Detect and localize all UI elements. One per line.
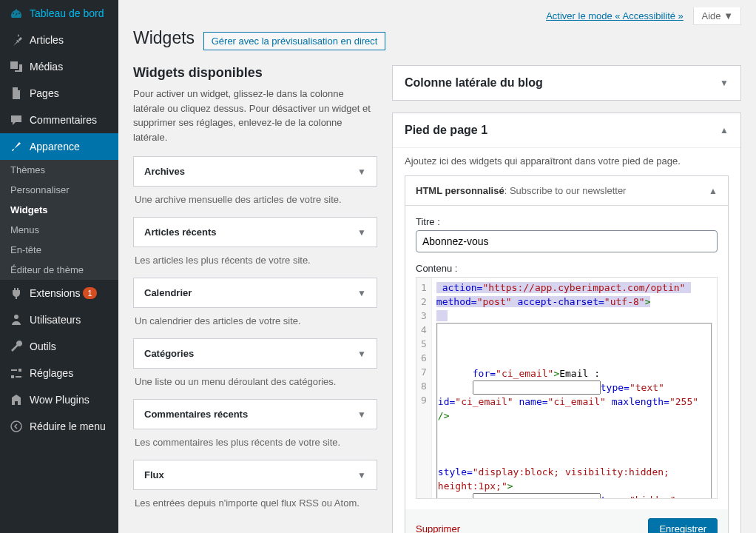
area-footer1-desc: Ajoutez ici des widgets qui apparaîtront… [405, 155, 729, 167]
sidebar-sub-editor[interactable]: Éditeur de thème [0, 260, 118, 280]
accessibility-link[interactable]: Activer le mode « Accessibilité » [546, 10, 684, 21]
sidebar-item-label: Utilisateurs [30, 314, 81, 326]
chevron-down-icon: ▼ [357, 227, 366, 238]
title-label: Titre : [416, 216, 718, 227]
chevron-down-icon: ▼ [357, 470, 366, 480]
widget-custom-html: HTML personnalisé: Subscribe to our news… [405, 175, 729, 533]
sidebar-item-label: Tableau de bord [30, 7, 104, 19]
available-widget-desc: Les entrées depuis n'importe quel flux R… [133, 497, 377, 520]
wrench-icon [9, 339, 24, 354]
available-widget-name: Catégories [144, 348, 194, 359]
plugin-icon [9, 286, 24, 301]
code-content[interactable]: action="https://app.cyberimpact.com/opti… [432, 278, 717, 498]
sidebar-item-dashboard[interactable]: Tableau de bord [0, 0, 118, 27]
sidebar-item-label: Outils [30, 341, 56, 352]
sidebar-item-label: Commentaires [30, 114, 97, 126]
top-links: Activer le mode « Accessibilité » Aide ▼ [133, 7, 741, 25]
dashboard-icon [9, 6, 24, 21]
sidebar-sub-header[interactable]: En-tête [0, 240, 118, 260]
page-title: Widgets [133, 28, 195, 48]
code-editor[interactable]: 123456789 action="https://app.cyberimpac… [416, 277, 718, 499]
widget-head[interactable]: HTML personnalisé: Subscribe to our news… [405, 176, 728, 206]
sidebar-item-label: Réglages [30, 367, 73, 379]
chevron-down-icon: ▼ [720, 78, 729, 88]
area-footer1: Pied de page 1 ▲ Ajoutez ici des widgets… [392, 113, 741, 533]
code-gutter: 123456789 [416, 278, 432, 498]
title-input[interactable] [416, 230, 718, 252]
plugin-badge: 1 [83, 287, 96, 299]
available-widget-head[interactable]: Articles récents▼ [134, 218, 377, 247]
brush-icon [9, 139, 24, 154]
area-blog-title: Colonne latérale du blog [405, 76, 543, 90]
widget-areas-column: Colonne latérale du blog ▼ Pied de page … [392, 65, 741, 533]
chevron-down-icon: ▼ [357, 409, 366, 420]
content-label: Contenu : [416, 263, 718, 274]
available-widgets-column: Widgets disponibles Pour activer un widg… [133, 65, 377, 533]
chevron-down-icon: ▼ [357, 288, 366, 298]
collapse-icon [9, 419, 24, 434]
chevron-down-icon: ▼ [357, 349, 366, 359]
sidebar-item-collapse[interactable]: Réduire le menu [0, 413, 118, 440]
delete-link[interactable]: Supprimer [416, 523, 460, 533]
sidebar-sub-customize[interactable]: Personnaliser [0, 180, 118, 200]
available-widget-name: Commentaires récents [144, 409, 248, 420]
pin-icon [9, 33, 24, 47]
chevron-down-icon: ▼ [357, 167, 366, 177]
admin-sidebar: Tableau de bord Articles Médias Pages Co… [0, 0, 118, 533]
available-widget-desc: Les commentaires les plus récents de vot… [133, 437, 377, 460]
building-icon [9, 392, 24, 407]
available-title: Widgets disponibles [133, 65, 377, 81]
available-widget-desc: Les articles les plus récents de votre s… [133, 255, 377, 278]
sidebar-item-label: Médias [30, 61, 63, 73]
available-widget-head[interactable]: Calendrier▼ [134, 278, 377, 307]
available-widget-name: Flux [144, 469, 164, 480]
sidebar-item-comments[interactable]: Commentaires [0, 107, 118, 133]
available-widget-desc: Une liste ou un menu déroulant des catég… [133, 376, 377, 399]
available-widget-head[interactable]: Archives▼ [134, 157, 377, 186]
svg-point-0 [11, 421, 21, 432]
help-button[interactable]: Aide ▼ [693, 7, 741, 25]
available-widget-name: Articles récents [144, 227, 217, 238]
available-widget-name: Calendrier [144, 287, 192, 298]
area-footer1-head[interactable]: Pied de page 1 ▲ [393, 113, 740, 148]
sidebar-item-tools[interactable]: Outils [0, 333, 118, 360]
available-widget-head[interactable]: Catégories▼ [134, 339, 377, 368]
sidebar-sub-widgets[interactable]: Widgets [0, 200, 118, 220]
widget-title: HTML personnalisé: Subscribe to our news… [416, 185, 626, 196]
sidebar-item-label: Apparence [30, 141, 80, 152]
available-widget[interactable]: Commentaires récents▼ [133, 399, 377, 429]
sliders-icon [9, 366, 24, 381]
sidebar-sub-menus[interactable]: Menus [0, 220, 118, 240]
save-button[interactable]: Enregistrer [648, 518, 718, 533]
available-widget-desc: Une archive mensuelle des articles de vo… [133, 194, 377, 217]
area-blog-head[interactable]: Colonne latérale du blog ▼ [393, 66, 740, 100]
sidebar-item-wow[interactable]: Wow Plugins [0, 386, 118, 413]
sidebar-item-media[interactable]: Médias [0, 53, 118, 80]
available-widget-name: Archives [144, 166, 185, 177]
sidebar-item-pages[interactable]: Pages [0, 80, 118, 107]
available-widget-desc: Un calendrier des articles de votre site… [133, 315, 377, 338]
pages-icon [9, 86, 24, 101]
sidebar-item-appearance[interactable]: Apparence [0, 133, 118, 160]
available-widget[interactable]: Archives▼ [133, 156, 377, 187]
sidebar-item-posts[interactable]: Articles [0, 27, 118, 53]
sidebar-item-settings[interactable]: Réglages [0, 360, 118, 386]
sidebar-item-users[interactable]: Utilisateurs [0, 306, 118, 333]
available-widget[interactable]: Flux▼ [133, 460, 377, 490]
live-preview-button[interactable]: Gérer avec la prévisualisation en direct [203, 32, 386, 50]
available-widget[interactable]: Catégories▼ [133, 338, 377, 369]
sidebar-item-label: Articles [30, 34, 64, 46]
available-widget[interactable]: Articles récents▼ [133, 217, 377, 247]
available-widget[interactable]: Calendrier▼ [133, 278, 377, 308]
available-widget-head[interactable]: Commentaires récents▼ [134, 400, 377, 429]
sidebar-item-label: Pages [30, 87, 59, 99]
sidebar-item-label: Wow Plugins [30, 394, 90, 406]
sidebar-sub-themes[interactable]: Thèmes [0, 160, 118, 180]
sidebar-item-plugins[interactable]: Extensions 1 [0, 280, 118, 306]
area-footer1-title: Pied de page 1 [405, 124, 487, 137]
chevron-up-icon: ▲ [709, 186, 718, 196]
available-desc: Pour activer un widget, glissez-le dans … [133, 87, 377, 144]
sidebar-item-label: Réduire le menu [30, 420, 106, 432]
available-widget-head[interactable]: Flux▼ [134, 460, 377, 489]
media-icon [9, 59, 24, 74]
